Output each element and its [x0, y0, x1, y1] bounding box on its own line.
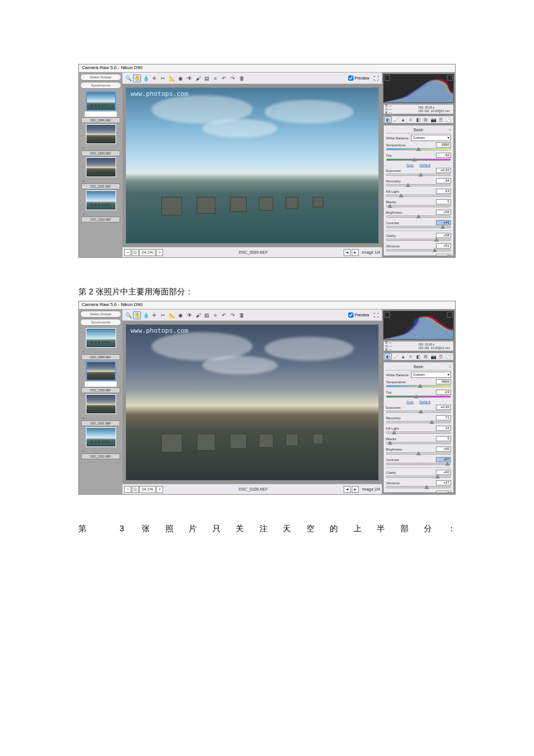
tab-split-tone-icon[interactable]: ◧ — [414, 116, 422, 123]
crop-icon[interactable]: ✂ — [159, 74, 167, 82]
filmstrip-thumb[interactable]: ✂ DSC_0100.NEF — [80, 124, 121, 156]
slider-thumb[interactable] — [406, 183, 410, 188]
slider-thumb[interactable] — [424, 485, 429, 489]
fullscreen-icon[interactable]: ⛶ — [372, 311, 380, 319]
tab-tone-curve-icon[interactable]: 📈 — [392, 116, 399, 123]
slider-value-input[interactable]: +50 — [436, 447, 451, 452]
tab-tone-curve-icon[interactable]: 📈 — [392, 353, 399, 360]
rating-strip[interactable]: ☆· · · · ·⬚ — [85, 381, 117, 387]
wb-icon[interactable]: 💧 — [142, 74, 150, 82]
filmstrip-thumb[interactable]: ✂ DSC_0101.NEF — [80, 394, 121, 426]
tab-detail-icon[interactable]: ▲ — [399, 353, 407, 360]
tab-lens-icon[interactable]: ⊞ — [422, 116, 430, 123]
slider-track[interactable] — [386, 452, 451, 455]
slider-thumb[interactable] — [418, 409, 423, 414]
slider-track[interactable] — [386, 174, 451, 176]
slider-track[interactable] — [386, 184, 451, 186]
slider-thumb[interactable] — [416, 147, 421, 152]
zoom-level[interactable]: 24.1% — [139, 486, 156, 493]
slider-thumb[interactable] — [392, 430, 396, 435]
slider-value-input[interactable]: 0 — [436, 491, 451, 493]
slider-track[interactable] — [386, 239, 451, 241]
prev-image-button[interactable]: ◄ — [344, 249, 351, 256]
slider-thumb[interactable] — [388, 441, 392, 445]
slider-track[interactable] — [386, 463, 451, 465]
slider-track[interactable] — [386, 205, 451, 207]
slider-value-input[interactable]: +27 — [436, 480, 451, 485]
grad-filter-icon[interactable]: ▤ — [203, 311, 211, 319]
rotate-ccw-icon[interactable]: ↶ — [220, 74, 228, 82]
tab-detail-icon[interactable]: ▲ — [399, 116, 407, 123]
grad-filter-icon[interactable]: ▤ — [203, 74, 211, 82]
rating-strip[interactable]: ☆· · · · ·⬚ — [85, 111, 117, 117]
zoom-out-button[interactable]: − — [124, 249, 131, 256]
slider-track[interactable] — [386, 411, 451, 413]
slider-track[interactable] — [386, 431, 451, 434]
auto-link[interactable]: Auto — [406, 400, 413, 404]
slider-thumb[interactable] — [412, 157, 417, 162]
color-sampler-icon[interactable]: ✛ — [150, 311, 158, 319]
slider-value-input[interactable]: 23 — [436, 189, 451, 194]
prefs-icon[interactable]: ≡ — [211, 311, 219, 319]
rotate-cw-icon[interactable]: ↷ — [229, 311, 237, 319]
filmstrip-thumb[interactable]: ✂ DSC_0101.NEF — [80, 157, 121, 189]
hand-icon[interactable]: ✋ — [133, 74, 141, 82]
tab-snapshots-icon[interactable]: 🕐 — [445, 353, 452, 360]
histogram[interactable] — [383, 311, 454, 340]
slider-thumb[interactable] — [418, 384, 423, 388]
spot-icon[interactable]: ◉ — [176, 74, 185, 82]
slider-thumb[interactable] — [432, 248, 437, 253]
slider-track[interactable] — [386, 215, 451, 218]
zoom-icon[interactable]: 🔍 — [124, 311, 132, 319]
wb-icon[interactable]: 💧 — [142, 311, 150, 319]
slider-thumb[interactable] — [399, 193, 403, 198]
tab-basic-icon[interactable]: ◐ — [384, 116, 392, 123]
slider-thumb[interactable] — [435, 474, 440, 479]
spot-icon[interactable]: ◉ — [176, 311, 185, 319]
highlight-clip-icon[interactable] — [447, 75, 453, 81]
rotate-ccw-icon[interactable]: ↶ — [220, 311, 228, 319]
slider-value-input[interactable]: +51 — [436, 243, 451, 249]
tab-split-tone-icon[interactable]: ◧ — [414, 353, 422, 360]
tab-hsl-icon[interactable]: ≡ — [407, 116, 414, 123]
slider-value-input[interactable]: 5950 — [436, 379, 451, 384]
slider-track[interactable] — [386, 249, 451, 251]
slider-track[interactable] — [386, 395, 451, 398]
default-link[interactable]: Default — [420, 400, 431, 404]
straighten-icon[interactable]: 📐 — [168, 74, 176, 82]
slider-track[interactable] — [386, 421, 451, 423]
next-image-button[interactable]: ► — [352, 486, 359, 493]
filmstrip-thumb[interactable]: ☆· · · · ·⬚ DSC_0099.NEF — [80, 91, 121, 123]
slider-track[interactable] — [386, 476, 451, 478]
redeye-icon[interactable]: 👁 — [185, 311, 193, 319]
slider-thumb[interactable] — [414, 394, 418, 399]
next-image-button[interactable]: ► — [352, 249, 359, 256]
white-balance-select[interactable]: Custom — [411, 372, 451, 378]
zoom-in-button[interactable]: + — [156, 486, 163, 493]
tab-camera-cal-icon[interactable]: 📷 — [430, 116, 437, 123]
white-balance-select[interactable]: Custom — [411, 135, 451, 141]
straighten-icon[interactable]: 📐 — [168, 311, 176, 319]
shadow-clip-icon[interactable] — [384, 75, 390, 81]
slider-value-input[interactable]: 5 — [436, 199, 451, 204]
slider-value-input[interactable]: 12 — [436, 426, 451, 431]
slider-thumb[interactable] — [416, 451, 421, 456]
highlight-clip-icon[interactable] — [447, 312, 453, 318]
slider-value-input[interactable]: 0 — [436, 254, 451, 256]
slider-value-input[interactable]: 71 — [436, 415, 451, 420]
prev-image-button[interactable]: ◄ — [344, 486, 351, 493]
tab-hsl-icon[interactable]: ≡ — [407, 353, 414, 360]
tab-presets-icon[interactable]: ☰ — [437, 353, 445, 360]
slider-thumb[interactable] — [388, 204, 392, 208]
color-sampler-icon[interactable]: ✛ — [150, 74, 158, 82]
filmstrip-thumb[interactable]: ✂ DSC_0102.NEF — [80, 427, 121, 459]
image-preview[interactable]: www.photops.com — [122, 321, 382, 484]
histogram[interactable] — [383, 74, 454, 103]
select-subset-button[interactable]: Select Subset — [80, 311, 121, 318]
slider-track[interactable] — [386, 195, 451, 197]
synchronize-button[interactable]: Synchronize — [80, 82, 121, 89]
fullscreen-icon[interactable]: ⛶ — [372, 74, 380, 82]
slider-value-input[interactable]: +0.20 — [436, 405, 451, 410]
crop-icon[interactable]: ✂ — [159, 311, 167, 319]
filmstrip-thumb[interactable]: ☆· · · · ·⬚ DSC_0100.NEF — [80, 361, 121, 393]
